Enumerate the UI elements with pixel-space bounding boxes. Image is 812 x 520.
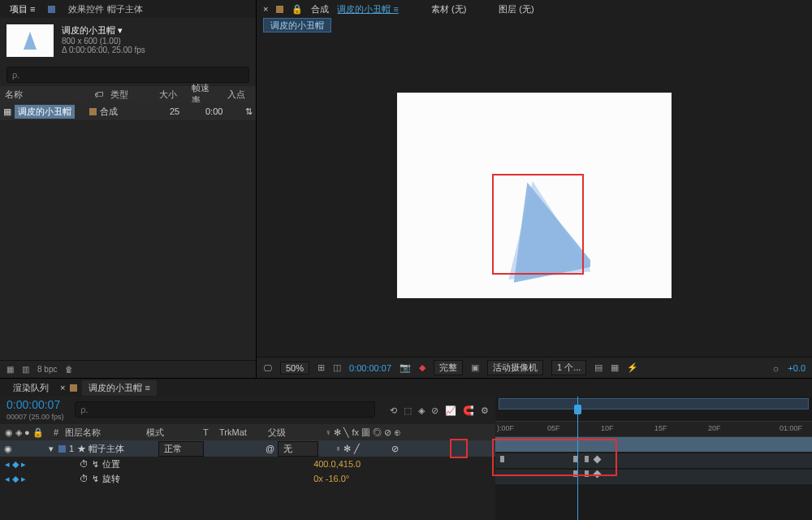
zoom-dropdown[interactable]: 50% — [280, 362, 309, 375]
motion-blur-icon[interactable]: ⊘ — [431, 405, 438, 416]
tick: 10F — [601, 424, 614, 432]
switches-icon[interactable]: ⚙ — [481, 405, 489, 416]
viewer-tabs: × 🔒 合成 调皮的小丑帽 ≡ 素材 (无) 图层 (无) — [257, 0, 812, 18]
layer-color[interactable] — [58, 445, 66, 453]
time-ruler[interactable]: ):00F 05F 10F 15F 20F 01:00F — [495, 421, 812, 437]
tick: 15F — [654, 424, 667, 432]
av-icons[interactable]: ◉ ◈ ● 🔒 — [0, 427, 49, 438]
channel-icon[interactable]: ◆ — [419, 362, 425, 373]
hdr-layer[interactable]: 图层名称 — [60, 427, 141, 439]
eye-icon[interactable]: ◉ — [0, 444, 16, 454]
col-type[interactable]: 类型 — [106, 89, 154, 101]
viewer-timecode[interactable]: 0:00:00:07 — [349, 363, 391, 373]
timeline-tc-sub: 00007 (25.00 fps) — [0, 413, 67, 421]
monitor-icon[interactable]: 🖵 — [263, 363, 272, 373]
tab-effects[interactable]: 效果控件 帽子主体 — [63, 1, 147, 18]
layer-name[interactable]: ★ 帽子主体 — [77, 443, 158, 455]
close-icon[interactable]: × — [263, 4, 268, 14]
folder-icon[interactable]: ▥ — [22, 365, 29, 374]
lock-icon[interactable]: 🔒 — [292, 4, 303, 15]
kf-nav-pos[interactable]: ◂ ◆ ▸ — [0, 459, 31, 470]
pixel-icon[interactable]: ▦ — [611, 362, 619, 373]
comp-icon: ▦ — [0, 106, 11, 117]
twirl-icon[interactable]: ▾ — [49, 444, 58, 454]
region-icon[interactable]: ▣ — [471, 362, 479, 373]
snapshot-icon[interactable]: 📷 — [400, 362, 411, 373]
interpret-icon[interactable]: ▦ — [6, 365, 14, 374]
shy-icon[interactable]: ⟲ — [390, 405, 397, 416]
hdr-parent[interactable]: 父级 — [263, 427, 320, 439]
tag-icon[interactable]: 🏷 — [89, 89, 106, 99]
col-in[interactable]: 入点 — [222, 89, 250, 101]
viewer-panel: × 🔒 合成 调皮的小丑帽 ≡ 素材 (无) 图层 (无) 调皮的小丑帽 — [257, 0, 812, 378]
crumb-item[interactable]: 调皮的小丑帽 — [263, 18, 331, 32]
fast-icon[interactable]: ⚡ — [627, 362, 638, 373]
camera-dropdown[interactable]: 活动摄像机 — [487, 360, 543, 375]
tab-render-queue[interactable]: 渲染队列 — [6, 380, 55, 396]
frame-blend-icon[interactable]: ◈ — [418, 405, 425, 416]
hdr-switches[interactable]: ♀ ✻ ╲ fx 圖 ◎ ⊘ ⊕ — [320, 427, 417, 439]
prop-rotation-value[interactable]: 0x -16.0° — [313, 474, 349, 483]
stopwatch-icon[interactable]: ⏱ — [80, 474, 89, 483]
project-search-input[interactable] — [6, 67, 249, 83]
svg-marker-0 — [24, 32, 37, 50]
col-name[interactable]: 名称 — [0, 89, 89, 101]
asset-row[interactable]: ▦ 调皮的小丑帽 合成 25 0:00 ⇅ — [0, 102, 256, 120]
prop-position-label[interactable]: 位置 — [102, 458, 313, 470]
bpc-label[interactable]: 8 bpc — [37, 365, 57, 374]
trash-icon[interactable]: 🗑 — [65, 365, 73, 374]
canvas-area[interactable] — [257, 34, 812, 357]
viewer-footer: 🖵 50% ⊞ ◫ 0:00:00:07 📷 ◆ 完整 ▣ 活动摄像机 1 个.… — [257, 357, 812, 378]
playhead-head[interactable] — [574, 405, 581, 414]
comp-thumbnail[interactable] — [6, 24, 54, 57]
prop-rotation-row: ◂ ◆ ▸ ⏱ ↯ 旋转 0x -16.0° — [0, 471, 495, 486]
tick: 05F — [547, 424, 560, 432]
comp-link[interactable]: 调皮的小丑帽 ≡ — [337, 3, 398, 15]
tab-comp-timeline[interactable]: 调皮的小丑帽 ≡ — [82, 380, 156, 396]
graph-icon[interactable]: 📈 — [445, 405, 456, 416]
flow-icon[interactable]: ⇅ — [245, 106, 256, 117]
tab-close-icon[interactable]: × — [60, 383, 65, 392]
canvas[interactable] — [397, 93, 672, 298]
pickwhip-icon[interactable]: @ — [266, 444, 274, 453]
tab-footage[interactable]: 素材 (无) — [431, 3, 466, 15]
layer-switches[interactable]: ♀ ✻ ╱ — [335, 444, 383, 454]
parent-dropdown[interactable]: 无 — [278, 441, 318, 457]
tab-layer[interactable]: 图层 (无) — [499, 3, 533, 15]
quality-dropdown[interactable]: 完整 — [434, 360, 463, 375]
prop-position-value[interactable]: 400.0,415.0 — [313, 459, 361, 469]
effects-icon — [48, 6, 55, 13]
motion-blur-toggle[interactable]: ⊘ — [391, 444, 399, 454]
hdr-mode[interactable]: 模式 — [141, 427, 198, 439]
highlight-box-switch — [450, 439, 468, 458]
exposure-value[interactable]: +0.0 — [788, 363, 806, 373]
timeline-right[interactable]: ):00F 05F 10F 15F 20F 01:00F — [495, 396, 812, 520]
tab-project[interactable]: 项目 ≡ — [5, 1, 40, 18]
timeline-timecode[interactable]: 0:00:00:07 — [0, 396, 67, 413]
hdr-trkmat[interactable]: TrkMat — [214, 427, 263, 437]
hdr-t[interactable]: T — [198, 427, 214, 437]
grid-icon[interactable]: ⊞ — [317, 362, 325, 373]
comp-dims: 800 x 600 (1.00) — [62, 37, 145, 46]
layer-num: 1 — [66, 444, 77, 453]
asset-fps: 25 — [170, 106, 205, 116]
prop-rot-icon: ↯ — [89, 474, 102, 484]
layer-row[interactable]: ◉ ▾ 1 ★ 帽子主体 正常 @ 无 ♀ ✻ ╱ ⊘ — [0, 440, 495, 457]
comp-duration: Δ 0:00:06:00, 25.00 fps — [62, 46, 145, 54]
draft3d-icon[interactable]: ⬚ — [404, 405, 412, 416]
col-size[interactable]: 大小 — [154, 89, 187, 101]
stopwatch-icon[interactable]: ⏱ — [80, 459, 89, 469]
view-icon[interactable]: ▤ — [594, 362, 603, 373]
timeline-left: 0:00:00:07 00007 (25.00 fps) ⟲ ⬚ ◈ ⊘ 📈 🧲… — [0, 396, 495, 520]
views-dropdown[interactable]: 1 个... — [551, 360, 586, 375]
comp-header: 调皮的小丑帽 ▾ 800 x 600 (1.00) Δ 0:00:06:00, … — [0, 18, 256, 63]
timeline-search-input[interactable] — [75, 401, 375, 418]
mask-icon[interactable]: ◫ — [333, 362, 341, 373]
exposure-icon[interactable]: ☼ — [771, 363, 780, 373]
work-area[interactable] — [499, 398, 809, 410]
prop-rotation-label[interactable]: 旋转 — [102, 473, 313, 485]
mode-dropdown[interactable]: 正常 — [158, 441, 204, 457]
kf-nav-rot[interactable]: ◂ ◆ ▸ — [0, 474, 31, 484]
snap-icon[interactable]: 🧲 — [463, 405, 474, 416]
asset-in: 0:00 — [205, 106, 222, 116]
